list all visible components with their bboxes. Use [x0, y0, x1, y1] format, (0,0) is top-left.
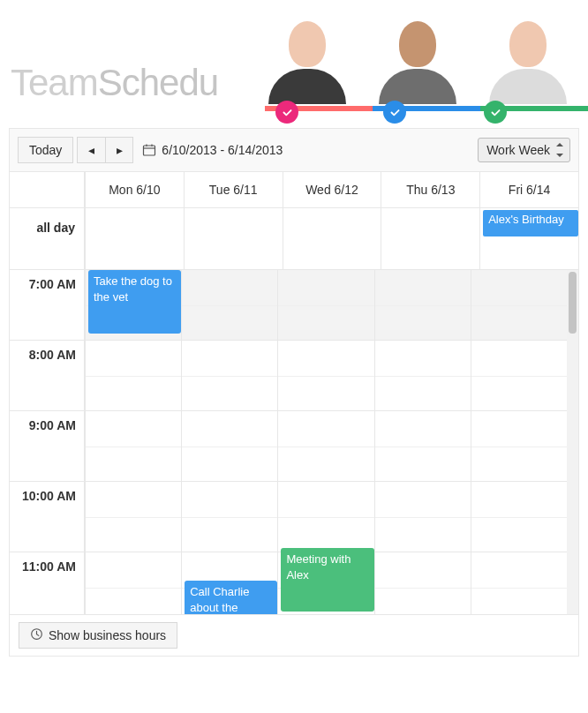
toolbar: Today ◂ ▸ 6/10/2013 - 6/14/2013 Work Wee… — [10, 129, 578, 172]
person-avatar-3 — [472, 21, 583, 109]
hour-row: 9:00 AM — [10, 411, 567, 482]
business-hours-button[interactable]: Show business hours — [19, 622, 177, 649]
time-slot[interactable] — [374, 482, 471, 552]
time-slot[interactable] — [85, 552, 181, 614]
calendar-event[interactable]: Meeting with Alex — [281, 548, 373, 612]
chevron-right-icon: ▸ — [117, 143, 123, 157]
check-badge-green[interactable] — [484, 101, 507, 124]
gutter-header — [10, 172, 85, 207]
brand-bold: Schedu — [98, 62, 218, 103]
clock-icon — [30, 627, 43, 643]
time-slot[interactable] — [471, 482, 567, 552]
time-slot[interactable] — [374, 552, 471, 614]
grid: Mon 6/10 Tue 6/11 Wed 6/12 Thu 6/13 Fri … — [10, 172, 578, 614]
scheduler: Today ◂ ▸ 6/10/2013 - 6/14/2013 Work Wee… — [9, 128, 579, 657]
next-button[interactable]: ▸ — [105, 137, 133, 163]
allday-label: all day — [10, 208, 85, 269]
hour-label: 11:00 AM — [10, 552, 85, 614]
people-row — [252, 21, 583, 109]
today-button[interactable]: Today — [18, 137, 73, 163]
view-picker[interactable]: Work Week — [478, 138, 570, 162]
time-slot[interactable] — [277, 411, 373, 481]
date-range-text: 6/10/2013 - 6/14/2013 — [162, 143, 283, 157]
check-badge-blue[interactable] — [383, 101, 406, 124]
time-slot[interactable] — [181, 270, 277, 340]
time-slot[interactable] — [374, 341, 471, 410]
allday-cell[interactable] — [283, 208, 381, 269]
time-slot[interactable] — [85, 341, 181, 410]
hour-label: 7:00 AM — [10, 270, 85, 340]
time-slot[interactable] — [181, 341, 277, 410]
hour-label: 8:00 AM — [10, 341, 85, 410]
day-header[interactable]: Tue 6/11 — [184, 172, 283, 207]
hour-label: 9:00 AM — [10, 411, 85, 481]
business-hours-label: Show business hours — [49, 628, 166, 642]
day-header[interactable]: Thu 6/13 — [381, 172, 479, 207]
allday-row: all day Alex's Birthday — [10, 208, 578, 270]
time-slot[interactable] — [277, 482, 373, 552]
time-slot[interactable] — [85, 482, 181, 552]
scrollbar[interactable] — [567, 270, 578, 614]
allday-cell[interactable] — [381, 208, 479, 269]
brand: TeamSchedu — [11, 62, 218, 104]
time-slot[interactable] — [471, 552, 567, 614]
hour-label: 10:00 AM — [10, 482, 85, 552]
calendar-event[interactable]: Take the dog to the vet — [88, 270, 181, 334]
day-header[interactable]: Mon 6/10 — [85, 172, 184, 207]
day-header[interactable]: Wed 6/12 — [283, 172, 381, 207]
allday-event[interactable]: Alex's Birthday — [483, 210, 578, 236]
time-slot[interactable] — [277, 341, 373, 410]
time-slot[interactable] — [181, 482, 277, 552]
chevron-left-icon: ◂ — [88, 143, 94, 157]
hour-row: 10:00 AM — [10, 482, 567, 552]
allday-cell[interactable]: Alex's Birthday — [479, 208, 578, 269]
time-slot[interactable] — [181, 411, 277, 481]
footer: Show business hours — [10, 614, 578, 656]
time-slot[interactable] — [471, 341, 567, 410]
time-slot[interactable] — [277, 270, 373, 340]
prev-button[interactable]: ◂ — [77, 137, 105, 163]
person-avatar-1 — [252, 21, 362, 109]
time-slot[interactable]: Take the dog to the vet — [85, 270, 181, 340]
calendar-event[interactable]: Call Charlie about the — [185, 581, 277, 614]
allday-cell[interactable] — [85, 208, 184, 269]
column-headers: Mon 6/10 Tue 6/11 Wed 6/12 Thu 6/13 Fri … — [10, 172, 578, 208]
time-slot[interactable] — [374, 411, 471, 481]
timed-area[interactable]: 7:00 AMTake the dog to the vet8:00 AM9:0… — [10, 270, 578, 614]
color-tracks — [265, 106, 588, 115]
day-header[interactable]: Fri 6/14 — [479, 172, 578, 207]
time-slot[interactable] — [471, 270, 567, 340]
view-picker-label: Work Week — [486, 143, 550, 157]
hour-row: 11:00 AMCall Charlie about theMeeting wi… — [10, 552, 567, 614]
time-slot[interactable]: Call Charlie about the — [181, 552, 277, 614]
scrollbar-thumb[interactable] — [569, 272, 577, 334]
date-range[interactable]: 6/10/2013 - 6/14/2013 — [142, 143, 283, 157]
svg-rect-0 — [144, 146, 155, 155]
person-avatar-2 — [362, 21, 472, 109]
hour-row: 8:00 AM — [10, 341, 567, 411]
brand-light: Team — [11, 62, 98, 103]
time-slot[interactable] — [374, 270, 471, 340]
time-slot[interactable] — [85, 411, 181, 481]
allday-cell[interactable] — [184, 208, 283, 269]
check-badge-pink[interactable] — [275, 101, 298, 124]
time-slot[interactable] — [471, 411, 567, 481]
time-slot[interactable]: Meeting with Alex — [277, 552, 373, 614]
hour-row: 7:00 AMTake the dog to the vet — [10, 270, 567, 341]
calendar-icon — [142, 143, 156, 157]
